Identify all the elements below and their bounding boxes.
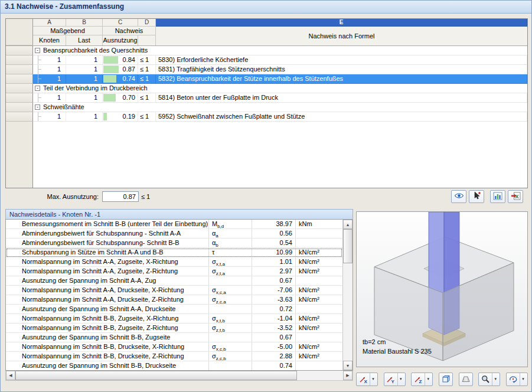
header-formel: Nachweis nach Formel <box>156 27 527 45</box>
horizontal-scrollbar[interactable]: ◀ ▶ <box>5 371 353 381</box>
knoten-value: 1 <box>41 55 66 64</box>
viewer-panel[interactable]: tb=2 cm Material Baustahl S 235 <box>356 211 528 367</box>
detail-row[interactable]: Normalspannung im Schnitt A-A, Druckseit… <box>6 295 342 305</box>
detail-value: -3.52 <box>252 324 296 332</box>
detail-value: -1.04 <box>252 314 296 323</box>
detail-row[interactable]: Abminderungsbeiwert für Schubspannung- S… <box>6 239 342 248</box>
row-header[interactable] <box>6 65 33 74</box>
chevron-down-icon[interactable]: ▾ <box>397 373 404 386</box>
table-row[interactable]: 1 1 0.70 ≤ 1 5814) Beton unter der Fußpl… <box>6 93 527 103</box>
row-header[interactable] <box>6 46 33 55</box>
detail-row[interactable]: Schubspannung in Stütze im Schnitt A-A u… <box>6 248 342 257</box>
view-z-button[interactable]: Z ▾ <box>411 373 433 386</box>
results-table: A B C D E Maßgebend Nachweis Knoten Last… <box>5 18 528 188</box>
view-x-button[interactable]: X ▾ <box>356 373 378 386</box>
row-header[interactable] <box>6 103 33 112</box>
scroll-up-button[interactable]: ▲ <box>343 220 353 229</box>
detail-row[interactable]: Normalspannung im Schnitt A-A, Druckseit… <box>6 286 342 295</box>
row-header[interactable] <box>6 112 33 122</box>
group-label: Teil der Verbindung im Druckbereich <box>43 84 148 93</box>
row-header[interactable] <box>6 74 33 84</box>
table-row[interactable]: 1 1 0.19 ≤ 1 5952) Schweißnaht zwischen … <box>6 112 527 122</box>
isometric-view-button[interactable] <box>439 373 453 386</box>
detail-description: Bemessungsmoment im Schnitt B-B (unterer… <box>6 220 209 228</box>
header-nachweis: Nachweis <box>103 27 156 35</box>
perspective-view-button[interactable] <box>459 373 473 386</box>
detail-row[interactable]: Ausnutzung der Spannung im Schnitt B-B, … <box>6 361 342 370</box>
visibility-button[interactable] <box>451 190 466 203</box>
scroll-left-button[interactable]: ◀ <box>6 371 15 380</box>
column-header-a[interactable]: A <box>33 19 66 27</box>
chevron-down-icon[interactable]: ▾ <box>520 373 526 386</box>
detail-symbol: Mb,d <box>209 220 252 228</box>
chevron-down-icon[interactable]: ▾ <box>425 373 431 386</box>
detail-row[interactable]: Normalspannung im Schnitt A-A, Zugseite,… <box>6 257 342 267</box>
detail-row[interactable]: Normalspannung im Schnitt B-B, Zugseite,… <box>6 314 342 324</box>
detail-row[interactable]: Ausnutzung der Spannung im Schnitt A-A, … <box>6 276 342 286</box>
detail-description: Normalspannung im Schnitt A-A, Zugseite,… <box>6 257 209 266</box>
detail-row[interactable]: Ausnutzung der Spannung im Schnitt B-B, … <box>6 333 342 342</box>
knoten-value: 1 <box>41 74 66 83</box>
table-group-row[interactable]: - Schweißnähte <box>6 103 527 112</box>
vertical-scrollbar[interactable]: ▲ ▼ <box>342 220 353 370</box>
column-header-d[interactable]: D <box>138 19 156 27</box>
detail-value: -5.00 <box>252 342 296 351</box>
detail-row[interactable]: Normalspannung im Schnitt B-B, Druckseit… <box>6 342 342 352</box>
limit-value: ≤ 1 <box>138 93 156 103</box>
formel-text: 5952) Schweißnaht zwischen Fußplatte und… <box>156 112 527 122</box>
table-row[interactable]: 1 1 0.87 ≤ 1 5831) Tragfähigkeit des Stü… <box>6 65 527 74</box>
magnifier-icon <box>480 375 491 384</box>
column-header-b[interactable]: B <box>66 19 103 27</box>
max-utilization-label: Max. Ausnutzung: <box>5 193 102 200</box>
row-header[interactable] <box>6 55 33 65</box>
scrollbar-track[interactable] <box>343 229 353 361</box>
formel-text: 5814) Beton unter der Fußplatte im Druck <box>156 93 527 103</box>
zoom-button[interactable]: ▾ <box>478 373 500 386</box>
view-y-button[interactable]: Y ▾ <box>384 373 406 386</box>
detail-description: Abminderungsbeiwert für Schubspannung- S… <box>6 239 209 247</box>
max-utilization-value: 0.87 <box>123 193 136 200</box>
scroll-down-button[interactable]: ▼ <box>343 361 353 370</box>
table-group-row[interactable]: - Teil der Verbindung im Druckbereich <box>6 84 527 93</box>
scrollbar-thumb[interactable] <box>15 371 297 380</box>
collapse-icon[interactable]: - <box>35 86 40 91</box>
table-group-row[interactable]: - Beanspruchbarkeit des Querschnitts <box>6 46 527 55</box>
detail-value: 0.54 <box>252 239 296 247</box>
scroll-right-button[interactable]: ▶ <box>343 371 353 380</box>
detail-description: Normalspannung im Schnitt B-B, Druckseit… <box>6 342 209 351</box>
rotate-view-button[interactable]: ▾ <box>506 373 528 386</box>
column-header-c[interactable]: C <box>103 19 138 27</box>
detail-description: Normalspannung im Schnitt B-B, Druckseit… <box>6 352 209 361</box>
detail-row[interactable]: Abminderungsbeiwert für Schubspannung - … <box>6 229 342 239</box>
corner-header-cell[interactable] <box>6 19 33 45</box>
detail-value: 0.72 <box>252 305 296 313</box>
detail-row[interactable]: Normalspannung im Schnitt B-B, Zugseite,… <box>6 324 342 333</box>
detail-symbol <box>209 276 252 285</box>
row-header[interactable] <box>6 93 33 103</box>
detail-symbol: σz,t,a <box>209 267 252 276</box>
detail-row[interactable]: Bemessungsmoment im Schnitt B-B (unterer… <box>6 220 342 229</box>
result-diagram-button[interactable] <box>490 190 505 203</box>
collapse-icon[interactable]: - <box>35 48 40 53</box>
excel-export-button[interactable]: X <box>508 190 523 203</box>
table-row-selected[interactable]: 1 1 0.74 ≤ 1 5832) Beanspruchbarkeit der… <box>6 74 527 84</box>
last-value: 1 <box>66 93 103 103</box>
plate-thickness-annotation: tb=2 cm <box>363 338 386 345</box>
table-row[interactable]: 1 1 0.84 ≤ 1 5830) Erforderliche Köchert… <box>6 55 527 65</box>
scrollbar-track[interactable] <box>15 371 343 380</box>
eye-icon <box>454 192 464 201</box>
chevron-down-icon[interactable]: ▾ <box>492 373 498 386</box>
chevron-down-icon[interactable]: ▾ <box>370 373 376 386</box>
column-header-e[interactable]: E <box>156 19 527 27</box>
detail-row[interactable]: Normalspannung im Schnitt B-B, Druckseit… <box>6 352 342 361</box>
scrollbar-thumb[interactable] <box>343 229 353 263</box>
detail-row[interactable]: Normalspannung im Schnitt A-A, Zugseite,… <box>6 267 342 276</box>
collapse-icon[interactable]: - <box>35 104 40 110</box>
pick-object-button[interactable] <box>469 190 484 203</box>
row-header[interactable] <box>6 84 33 93</box>
utilization-bar <box>103 66 119 73</box>
detail-unit: kNm <box>296 220 342 228</box>
detail-symbol: αb <box>209 239 252 247</box>
utilization-value: 0.84 <box>123 55 135 64</box>
detail-row[interactable]: Ausnutzung der Spannung im Schnitt A-A, … <box>6 305 342 314</box>
